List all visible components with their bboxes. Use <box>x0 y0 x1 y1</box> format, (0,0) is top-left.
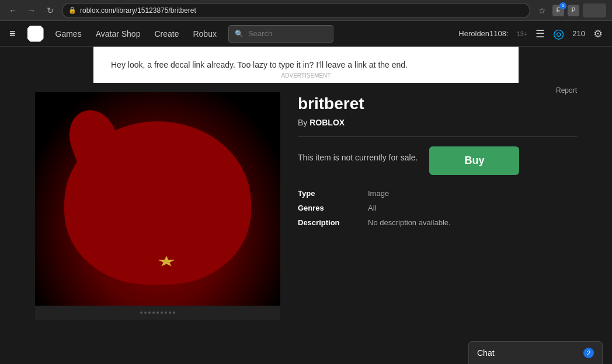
sale-status: This item is not currently for sale. <box>298 153 418 162</box>
buy-row: This item is not currently for sale. Buy <box>298 146 577 175</box>
address-bar[interactable]: 🔒 roblox.com/library/15123875/britberet <box>62 3 530 18</box>
extension-2[interactable]: P <box>568 5 579 16</box>
roblox-nav: ≡ Games Avatar Shop Create Robux 🔍 Herol… <box>0 21 612 47</box>
star-button[interactable]: ☆ <box>535 4 549 18</box>
item-meta: Type Image Genres All Description No des… <box>298 189 577 227</box>
browser-actions: ☆ E 1 P <box>535 4 606 18</box>
ad-text: Hey look, a free decal link already. Too… <box>111 60 408 69</box>
description-label: Description <box>298 218 368 227</box>
username: Herolden1108: <box>458 29 508 38</box>
item-image-container <box>35 92 280 320</box>
refresh-button[interactable]: ↻ <box>43 4 57 18</box>
robux-count: 210 <box>572 29 585 38</box>
chat-badge: 2 <box>583 348 594 358</box>
settings-icon[interactable]: ⚙ <box>593 27 603 40</box>
meta-row-description: Description No description available. <box>298 218 577 227</box>
report-link[interactable]: Report <box>556 86 577 94</box>
creator-prefix: By <box>298 118 307 127</box>
type-value: Image <box>368 189 389 198</box>
search-input[interactable] <box>248 29 318 38</box>
genres-value: All <box>368 204 376 212</box>
nav-avatar-shop[interactable]: Avatar Shop <box>96 29 141 38</box>
ad-label: ADVERTISEMENT <box>281 71 331 80</box>
buy-button[interactable]: Buy <box>429 146 519 175</box>
extension-1[interactable]: E 1 <box>552 5 564 16</box>
ext-badge: 1 <box>559 2 566 9</box>
back-button[interactable]: ← <box>6 4 20 18</box>
forward-button[interactable]: → <box>25 4 39 18</box>
hamburger-menu[interactable]: ≡ <box>9 27 16 40</box>
nav-games[interactable]: Games <box>55 29 82 38</box>
search-bar[interactable]: 🔍 <box>228 25 333 43</box>
page-content: Hey look, a free decal link already. Too… <box>0 47 612 329</box>
nav-create[interactable]: Create <box>154 29 179 38</box>
chat-widget: Chat 2 <box>468 341 603 364</box>
image-bar-dots <box>140 312 175 314</box>
nav-robux[interactable]: Robux <box>193 29 216 38</box>
lock-icon: 🔒 <box>68 6 76 14</box>
chat-header[interactable]: Chat 2 <box>469 342 602 364</box>
browser-chrome: ← → ↻ 🔒 roblox.com/library/15123875/brit… <box>0 0 612 21</box>
genres-label: Genres <box>298 204 368 212</box>
chat-icon[interactable]: ☰ <box>536 27 545 40</box>
item-area: Report britberet By ROBLOX This item is … <box>0 83 612 329</box>
beret-outer <box>64 121 251 285</box>
item-details: Report britberet By ROBLOX This item is … <box>298 92 577 320</box>
address-text: roblox.com/library/15123875/britberet <box>80 6 196 15</box>
image-bar <box>35 306 280 320</box>
search-icon: 🔍 <box>235 30 244 38</box>
ad-banner: Hey look, a free decal link already. Too… <box>93 47 519 83</box>
nav-links: Games Avatar Shop Create Robux <box>55 29 217 38</box>
meta-row-type: Type Image <box>298 189 577 198</box>
item-image-bg <box>35 92 280 320</box>
nav-right: Herolden1108: 13+ ☰ ◎ 210 ⚙ <box>458 26 603 41</box>
type-label: Type <box>298 189 368 198</box>
profile-block[interactable] <box>583 4 606 18</box>
item-creator: By ROBLOX <box>298 118 577 137</box>
chat-title: Chat <box>477 348 495 358</box>
roblox-logo[interactable] <box>27 26 44 42</box>
creator-name[interactable]: ROBLOX <box>310 118 345 127</box>
meta-row-genres: Genres All <box>298 204 577 212</box>
age-badge: 13+ <box>517 30 528 37</box>
item-title: britberet <box>298 94 577 113</box>
description-value: No description available. <box>368 218 451 227</box>
roblox-icon[interactable]: ◎ <box>553 26 564 41</box>
